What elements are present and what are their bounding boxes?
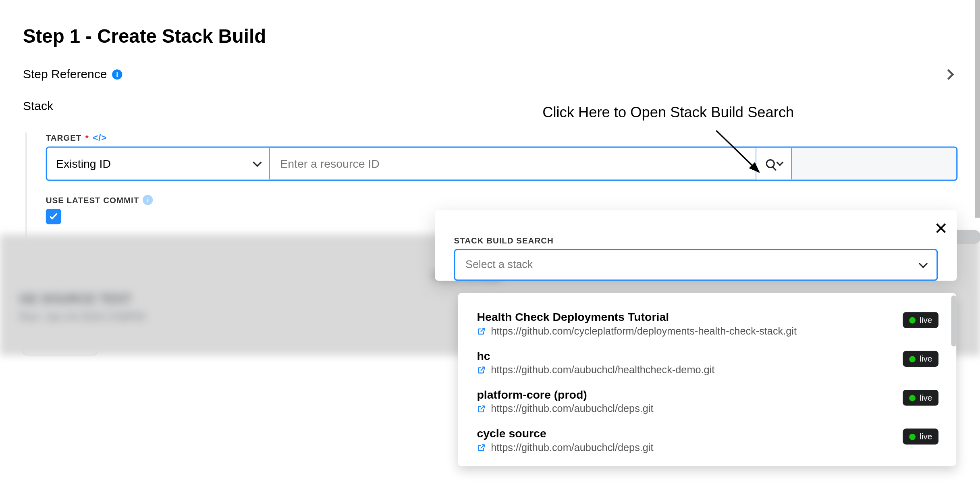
status-dot-icon bbox=[909, 395, 916, 401]
status-badge: live bbox=[903, 390, 938, 406]
status-dot-icon bbox=[909, 433, 916, 440]
target-label: TARGET * </> bbox=[46, 133, 958, 143]
page-scrollbar[interactable] bbox=[975, 0, 980, 218]
stack-option-url: https://github.com/aubuchcl/healthcheck-… bbox=[491, 364, 714, 376]
stack-option-title: hc bbox=[477, 349, 903, 363]
stack-option-title: cycle source bbox=[477, 427, 903, 441]
stack-option-url: https://github.com/aubuchcl/deps.git bbox=[491, 403, 653, 414]
target-resource-input[interactable]: Enter a resource ID bbox=[270, 148, 756, 180]
dropdown-scrollbar[interactable] bbox=[951, 295, 957, 346]
stack-select[interactable]: Select a stack bbox=[454, 249, 938, 281]
search-icon bbox=[766, 159, 774, 168]
status-dot-icon bbox=[909, 356, 916, 362]
stack-option[interactable]: cycle source https://github.com/aubuchcl… bbox=[458, 421, 956, 459]
close-icon[interactable]: ✕ bbox=[934, 220, 948, 237]
external-link-icon bbox=[477, 327, 486, 336]
stack-label: Stack bbox=[23, 99, 957, 113]
target-type-value: Existing ID bbox=[56, 157, 111, 170]
info-icon: i bbox=[112, 69, 122, 79]
status-badge: live bbox=[903, 351, 938, 367]
status-text: live bbox=[920, 354, 932, 364]
target-input-placeholder: Enter a resource ID bbox=[280, 157, 380, 170]
annotation-text: Click Here to Open Stack Build Search bbox=[542, 104, 794, 121]
chevron-down-icon bbox=[253, 158, 262, 167]
stack-dropdown: Health Check Deployments Tutorial https:… bbox=[458, 293, 956, 466]
external-link-icon bbox=[477, 366, 486, 374]
open-search-button[interactable] bbox=[756, 148, 792, 180]
stack-build-search-popup: ✕ STACK BUILD SEARCH Select a stack bbox=[435, 210, 957, 281]
status-text: live bbox=[920, 432, 932, 441]
stack-select-placeholder: Select a stack bbox=[465, 258, 533, 271]
external-link-icon bbox=[477, 404, 486, 413]
info-icon: i bbox=[143, 195, 153, 205]
stack-option-url: https://github.com/cycleplatform/deploym… bbox=[491, 325, 797, 337]
stack-option-title: platform-core (prod) bbox=[477, 389, 903, 402]
stack-option[interactable]: hc https://github.com/aubuchcl/healthche… bbox=[458, 343, 956, 382]
chevron-down-icon bbox=[919, 259, 928, 268]
check-icon bbox=[48, 212, 58, 222]
target-type-select[interactable]: Existing ID bbox=[47, 148, 270, 180]
status-badge: live bbox=[903, 428, 938, 445]
status-badge: live bbox=[903, 312, 938, 328]
status-text: live bbox=[920, 393, 932, 403]
step-reference-row[interactable]: Step Reference i bbox=[23, 67, 957, 81]
chevron-right-icon bbox=[943, 69, 954, 80]
page-title: Step 1 - Create Stack Build bbox=[23, 25, 957, 47]
popup-title: STACK BUILD SEARCH bbox=[454, 236, 938, 245]
target-trailing-blank bbox=[792, 148, 957, 180]
stack-option[interactable]: Health Check Deployments Tutorial https:… bbox=[458, 304, 956, 343]
status-dot-icon bbox=[909, 317, 916, 323]
chevron-down-icon bbox=[776, 159, 783, 166]
external-link-icon bbox=[477, 443, 486, 452]
stack-option-title: Health Check Deployments Tutorial bbox=[477, 311, 903, 324]
stack-option[interactable]: platform-core (prod) https://github.com/… bbox=[458, 382, 956, 421]
target-row: Existing ID Enter a resource ID bbox=[46, 146, 958, 181]
use-latest-checkbox[interactable] bbox=[46, 209, 61, 224]
status-text: live bbox=[920, 315, 932, 325]
required-star-icon: * bbox=[85, 133, 89, 142]
blur-run-line: Run: Jan 24 2024 3:56PM bbox=[19, 311, 145, 324]
blur-source-test: GE SOURCE TEST bbox=[19, 292, 131, 306]
use-latest-label: USE LATEST COMMIT i bbox=[46, 195, 958, 205]
stack-option-url: https://github.com/aubuchcl/deps.git bbox=[491, 442, 653, 453]
code-icon: </> bbox=[93, 133, 107, 143]
step-reference-label: Step Reference bbox=[23, 67, 107, 81]
